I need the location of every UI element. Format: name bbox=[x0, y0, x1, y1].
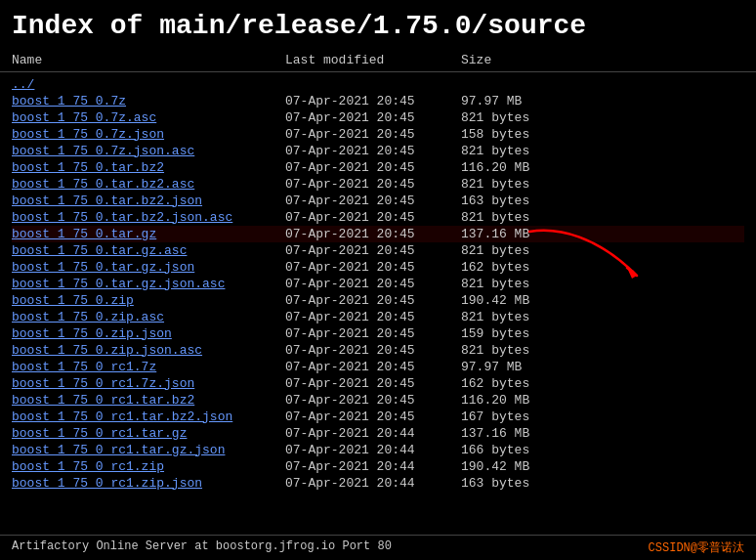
table-row: boost_1_75_0.tar.gz07-Apr-2021 20:45137.… bbox=[12, 226, 744, 242]
file-date: 07-Apr-2021 20:45 bbox=[285, 177, 461, 192]
file-link[interactable]: boost_1_75_0_rc1.7z.json bbox=[12, 376, 285, 391]
footer-branding: CSSIDN@零普诺汰 bbox=[649, 539, 744, 556]
file-size: 159 bytes bbox=[461, 326, 559, 341]
file-size: 116.20 MB bbox=[461, 393, 559, 408]
file-date: 07-Apr-2021 20:45 bbox=[285, 326, 461, 341]
file-date: 07-Apr-2021 20:45 bbox=[285, 376, 461, 391]
file-link[interactable]: boost_1_75_0_rc1.tar.bz2 bbox=[12, 393, 285, 408]
file-date: 07-Apr-2021 20:45 bbox=[285, 343, 461, 358]
column-headers: Name Last modified Size bbox=[0, 49, 756, 72]
file-list: ../boost_1_75_0.7z07-Apr-2021 20:4597.97… bbox=[0, 74, 756, 494]
file-size: 821 bytes bbox=[461, 243, 559, 258]
file-size: 821 bytes bbox=[461, 277, 559, 291]
file-link[interactable]: boost_1_75_0.tar.bz2.json.asc bbox=[12, 210, 285, 225]
file-size: 116.20 MB bbox=[461, 160, 559, 175]
file-link[interactable]: boost_1_75_0_rc1.tar.gz.json bbox=[12, 443, 285, 457]
file-link[interactable]: boost_1_75_0.zip.asc bbox=[12, 310, 285, 324]
table-row: boost_1_75_0.7z07-Apr-2021 20:4597.97 MB bbox=[12, 93, 744, 109]
table-row: boost_1_75_0_rc1.zip.json07-Apr-2021 20:… bbox=[12, 475, 744, 492]
col-modified-header: Last modified bbox=[285, 53, 461, 67]
table-row: boost_1_75_0.tar.gz.json07-Apr-2021 20:4… bbox=[12, 259, 744, 276]
table-row: boost_1_75_0.tar.bz2.json.asc07-Apr-2021… bbox=[12, 209, 744, 226]
table-row: boost_1_75_0_rc1.tar.bz2.json07-Apr-2021… bbox=[12, 409, 744, 425]
table-row: boost_1_75_0.zip.asc07-Apr-2021 20:45821… bbox=[12, 309, 744, 325]
file-link[interactable]: boost_1_75_0.tar.gz.asc bbox=[12, 243, 285, 258]
file-link[interactable]: boost_1_75_0.tar.gz.json bbox=[12, 260, 285, 275]
file-size: 167 bytes bbox=[461, 409, 559, 424]
file-date: 07-Apr-2021 20:44 bbox=[285, 426, 461, 441]
parent-dir-link[interactable]: ../ bbox=[12, 77, 285, 92]
file-date: 07-Apr-2021 20:45 bbox=[285, 144, 461, 158]
table-row: boost_1_75_0.tar.gz.json.asc07-Apr-2021 … bbox=[12, 276, 744, 292]
file-size: 821 bytes bbox=[461, 144, 559, 158]
file-link[interactable]: boost_1_75_0.7z bbox=[12, 94, 285, 108]
file-link[interactable]: boost_1_75_0.tar.gz.json.asc bbox=[12, 277, 285, 291]
file-size: 190.42 MB bbox=[461, 293, 559, 308]
table-row: boost_1_75_0.zip07-Apr-2021 20:45190.42 … bbox=[12, 292, 744, 309]
file-link[interactable]: boost_1_75_0.tar.bz2.asc bbox=[12, 177, 285, 192]
file-link[interactable]: boost_1_75_0.7z.json bbox=[12, 127, 285, 142]
table-row: boost_1_75_0_rc1.zip07-Apr-2021 20:44190… bbox=[12, 458, 744, 475]
file-link[interactable]: boost_1_75_0.zip.json.asc bbox=[12, 343, 285, 358]
file-link[interactable]: boost_1_75_0.tar.gz bbox=[12, 227, 285, 241]
table-row: boost_1_75_0.tar.bz207-Apr-2021 20:45116… bbox=[12, 159, 744, 176]
file-link[interactable]: boost_1_75_0_rc1.tar.gz bbox=[12, 426, 285, 441]
file-size: 137.16 MB bbox=[461, 227, 559, 241]
file-size: 163 bytes bbox=[461, 476, 559, 491]
file-date: 07-Apr-2021 20:45 bbox=[285, 194, 461, 208]
file-link[interactable]: boost_1_75_0.tar.bz2.json bbox=[12, 194, 285, 208]
file-size: 158 bytes bbox=[461, 127, 559, 142]
table-row: boost_1_75_0_rc1.tar.gz07-Apr-2021 20:44… bbox=[12, 425, 744, 442]
file-link[interactable]: boost_1_75_0.tar.bz2 bbox=[12, 160, 285, 175]
table-row: boost_1_75_0_rc1.7z.json07-Apr-2021 20:4… bbox=[12, 375, 744, 392]
file-date: 07-Apr-2021 20:45 bbox=[285, 210, 461, 225]
file-link[interactable]: boost_1_75_0_rc1.tar.bz2.json bbox=[12, 409, 285, 424]
table-row: boost_1_75_0.7z.json07-Apr-2021 20:45158… bbox=[12, 126, 744, 143]
file-link[interactable]: boost_1_75_0_rc1.zip.json bbox=[12, 476, 285, 491]
table-row: boost_1_75_0_rc1.tar.gz.json07-Apr-2021 … bbox=[12, 442, 744, 458]
file-date: 07-Apr-2021 20:45 bbox=[285, 127, 461, 142]
file-date: 07-Apr-2021 20:45 bbox=[285, 360, 461, 374]
table-row: boost_1_75_0.tar.gz.asc07-Apr-2021 20:45… bbox=[12, 242, 744, 259]
file-link[interactable]: boost_1_75_0_rc1.zip bbox=[12, 459, 285, 474]
col-size-header: Size bbox=[461, 53, 559, 67]
table-row: boost_1_75_0.7z.json.asc07-Apr-2021 20:4… bbox=[12, 143, 744, 159]
file-size: 821 bytes bbox=[461, 110, 559, 125]
footer: Artifactory Online Server at boostorg.jf… bbox=[0, 535, 756, 560]
file-size: 821 bytes bbox=[461, 210, 559, 225]
footer-server-info: Artifactory Online Server at boostorg.jf… bbox=[12, 539, 392, 556]
file-size: 97.97 MB bbox=[461, 94, 559, 108]
file-date: 07-Apr-2021 20:45 bbox=[285, 94, 461, 108]
page-title: Index of main/release/1.75.0/source bbox=[0, 0, 756, 49]
file-date: 07-Apr-2021 20:45 bbox=[285, 260, 461, 275]
file-size: 821 bytes bbox=[461, 310, 559, 324]
file-date: 07-Apr-2021 20:45 bbox=[285, 227, 461, 241]
file-date: 07-Apr-2021 20:44 bbox=[285, 459, 461, 474]
file-date: 07-Apr-2021 20:45 bbox=[285, 393, 461, 408]
table-row: boost_1_75_0_rc1.tar.bz207-Apr-2021 20:4… bbox=[12, 392, 744, 409]
file-size: 162 bytes bbox=[461, 260, 559, 275]
file-size: 821 bytes bbox=[461, 177, 559, 192]
file-size: 190.42 MB bbox=[461, 459, 559, 474]
file-size: 97.97 MB bbox=[461, 360, 559, 374]
file-date: 07-Apr-2021 20:45 bbox=[285, 293, 461, 308]
table-row: boost_1_75_0.tar.bz2.json07-Apr-2021 20:… bbox=[12, 193, 744, 209]
file-link[interactable]: boost_1_75_0.zip bbox=[12, 293, 285, 308]
file-date: 07-Apr-2021 20:45 bbox=[285, 277, 461, 291]
file-size: 166 bytes bbox=[461, 443, 559, 457]
file-size: 162 bytes bbox=[461, 376, 559, 391]
col-name-header: Name bbox=[12, 53, 285, 67]
file-link[interactable]: boost_1_75_0.7z.asc bbox=[12, 110, 285, 125]
file-link[interactable]: boost_1_75_0.7z.json.asc bbox=[12, 144, 285, 158]
file-size: 821 bytes bbox=[461, 343, 559, 358]
table-row: ../ bbox=[12, 76, 744, 93]
file-date: 07-Apr-2021 20:45 bbox=[285, 110, 461, 125]
file-size: 137.16 MB bbox=[461, 426, 559, 441]
table-row: boost_1_75_0.zip.json07-Apr-2021 20:4515… bbox=[12, 325, 744, 342]
file-link[interactable]: boost_1_75_0.zip.json bbox=[12, 326, 285, 341]
file-link[interactable]: boost_1_75_0_rc1.7z bbox=[12, 360, 285, 374]
table-row: boost_1_75_0.7z.asc07-Apr-2021 20:45821 … bbox=[12, 109, 744, 126]
file-date: 07-Apr-2021 20:44 bbox=[285, 443, 461, 457]
file-size: 163 bytes bbox=[461, 194, 559, 208]
table-row: boost_1_75_0.tar.bz2.asc07-Apr-2021 20:4… bbox=[12, 176, 744, 193]
